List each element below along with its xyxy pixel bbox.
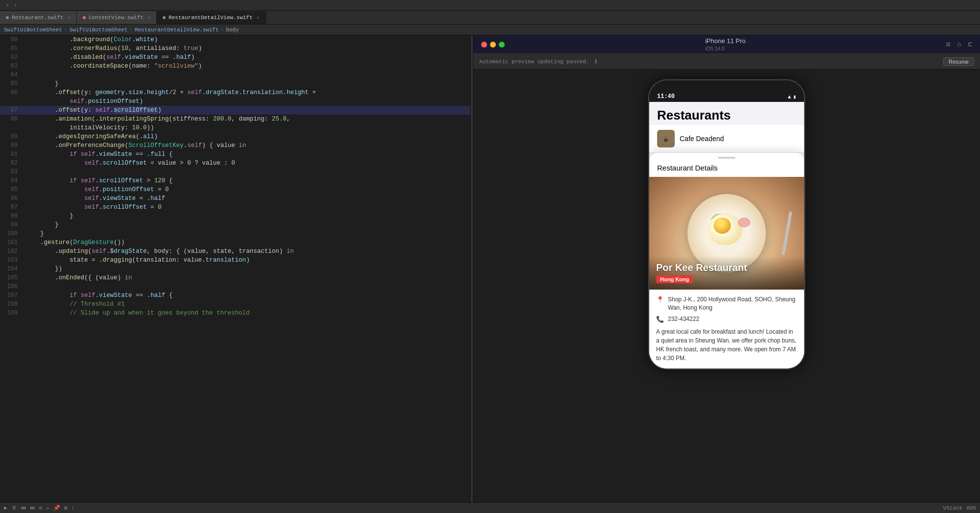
food-egg-white (708, 214, 742, 245)
screenshot-icon[interactable]: ⊡ (946, 40, 950, 49)
code-line-86a: 86 .offset(y: geometry.size.height/2 + s… (0, 88, 470, 97)
breadcrumb-2[interactable]: SwiftUiBottomSheet (69, 27, 127, 33)
location-icon: 📍 (656, 296, 664, 304)
code-line-106: 106 (0, 282, 470, 291)
preview-status-area: Automatic preview updating paused. ℹ (479, 58, 597, 65)
code-line-89: 89 .edgesIgnoringSafeArea(.all) (0, 132, 470, 141)
breadcrumb-1[interactable]: SwiftUiBottomSheet (4, 27, 62, 33)
sheet-title: Restaurant Details (649, 161, 804, 177)
preview-status-text: Automatic preview updating paused. (479, 59, 589, 65)
restaurant-list-item[interactable]: ☕ Cafe Deadend (649, 125, 804, 153)
annotate-icon[interactable]: ✏ (46, 505, 49, 511)
maximize-window-btn[interactable] (499, 42, 505, 48)
info-icon: ℹ (595, 58, 597, 65)
code-line-108: 108 // Threshold #1 (0, 300, 470, 309)
share-icon[interactable]: ↑ (72, 505, 75, 511)
address-text: Shop J-K., 200 Hollywood Road, SOHO, She… (668, 295, 797, 312)
tab-bar: Restaurant.swift ✕ ContentView.swift ✕ R… (0, 11, 980, 24)
code-line-83: 83 .coordinateSpace(name: "scrollview") (0, 62, 470, 71)
tab-close-2[interactable]: ✕ (147, 15, 150, 21)
pin-icon[interactable]: 📌 (53, 505, 60, 511)
bottom-bar-right: VStack 80% (943, 505, 976, 511)
tab-dot-2 (83, 16, 86, 19)
nav-forward-btn[interactable]: › (12, 2, 20, 9)
tab-close-3[interactable]: ✕ (257, 15, 260, 21)
pause-icon[interactable]: ⏸ (11, 505, 17, 511)
phone-row: 📞 232-434222 (656, 315, 797, 323)
step-forward-icon[interactable]: ⏭ (30, 505, 35, 511)
tab-dot-1 (6, 16, 9, 19)
tab-restaurant-swift[interactable]: Restaurant.swift ✕ (0, 11, 77, 24)
play-icon[interactable]: ▶ (4, 505, 7, 511)
code-line-95: 95 self.positionOffset = 0 (0, 185, 470, 194)
preview-toolbar: Automatic preview updating paused. ℹ Res… (473, 54, 980, 70)
wifi-icon: ▲ (788, 94, 791, 100)
code-editor[interactable]: 80 .background(Color.white) 81 .cornerRa… (0, 35, 470, 502)
description-text: A great local cafe for breakfast and lun… (656, 327, 797, 363)
phone-screen: Restaurants ☕ Cafe Deadend Restaurant De… (649, 102, 804, 368)
tab-dot-3 (163, 16, 166, 19)
sheet-drag-handle[interactable] (718, 157, 735, 159)
code-line-105: 105 .onEnded({ (value) in (0, 273, 470, 282)
code-line-101: 101 .gesture(DragGesture()) (0, 238, 470, 247)
rotate-icon[interactable]: ⊏ (968, 40, 972, 49)
traffic-lights (481, 42, 505, 48)
food-fork (782, 211, 793, 255)
resume-button[interactable]: Resume (943, 57, 974, 66)
device-toolbar-icons: ⊡ ⌂ ⊏ (946, 40, 972, 49)
code-line-102: 102 .updating(self.$dragState, body: { (… (0, 247, 470, 256)
code-line-85: 85 } (0, 79, 470, 88)
tab-restaurantdetailview-swift[interactable]: RestaurantDetailView.swift ✕ (157, 11, 266, 24)
bottom-bar-left: ▶ ⏸ ⏮ ⏭ ⊙ ✏ 📌 ⊞ ↑ (4, 505, 74, 511)
code-line-109: 109 // Slide up and when it goes beyond … (0, 309, 470, 318)
food-pink-garnish (738, 218, 750, 227)
code-line-93: 93 (0, 168, 470, 176)
tab-close-1[interactable]: ✕ (68, 15, 71, 21)
breadcrumb-sep-2: › (129, 27, 133, 33)
phone-icon: 📞 (656, 316, 664, 323)
code-line-87: 87 .offset(y: self.scrollOffset) (0, 106, 470, 115)
breadcrumb: SwiftUiBottomSheet › SwiftUiBottomSheet … (0, 24, 980, 35)
battery-icon: ▮ (793, 94, 796, 100)
zoom-label: 80% (966, 505, 976, 511)
window-top-bar: ‹ › (0, 0, 980, 11)
home-icon[interactable]: ⌂ (957, 40, 961, 49)
breadcrumb-4[interactable]: body (226, 27, 239, 33)
breadcrumb-sep-1: › (64, 27, 68, 33)
code-line-107: 107 if self.viewState == .half { (0, 291, 470, 300)
tab-contentview-swift[interactable]: ContentView.swift ✕ (77, 11, 157, 24)
phone-device: 11:40 ▲ ▮ Restaurants ☕ Cafe Dead (648, 79, 805, 369)
code-line-100: 100 } (0, 229, 470, 238)
code-line-92: 92 self.scrollOffset = value > 0 ? value… (0, 159, 470, 168)
restaurant-image: Por Kee Restaurant Hong Kong (649, 177, 804, 290)
code-lines: 80 .background(Color.white) 81 .cornerRa… (0, 35, 470, 318)
address-row: 📍 Shop J-K., 200 Hollywood Road, SOHO, S… (656, 295, 797, 312)
breadcrumb-3[interactable]: RestaurantDetailView.swift (135, 27, 219, 33)
phone-notch (695, 80, 759, 94)
step-back-icon[interactable]: ⏮ (21, 505, 26, 511)
restaurant-details: 📍 Shop J-K., 200 Hollywood Road, SOHO, S… (649, 290, 804, 368)
code-line-88b: initialVelocity: 10.0)) (0, 123, 470, 132)
close-window-btn[interactable] (481, 42, 487, 48)
tab-label-1: Restaurant.swift (12, 15, 64, 21)
code-line-81: 81 .cornerRadius(10, antialiased: true) (0, 44, 470, 53)
code-line-88a: 88 .animation(.interpolatingSpring(stiff… (0, 115, 470, 123)
bottom-sheet[interactable]: Restaurant Details (649, 153, 804, 368)
code-line-98: 98 } (0, 212, 470, 220)
code-line-91: 91 if self.viewState == .full { (0, 150, 470, 159)
nav-back-btn[interactable]: ‹ (4, 2, 11, 9)
bottom-bar: ▶ ⏸ ⏮ ⏭ ⊙ ✏ 📌 ⊞ ↑ VStack 80% (0, 502, 980, 513)
restaurant-overlay-name: Por Kee Restaurant (656, 262, 797, 273)
preview-resume-area: Resume (943, 57, 974, 66)
restaurant-list-name: Cafe Deadend (680, 135, 724, 143)
layout-icon[interactable]: ⊞ (64, 505, 68, 511)
phone-time: 11:40 (657, 93, 675, 100)
inspect-icon[interactable]: ⊙ (39, 505, 43, 511)
tab-label-3: RestaurantDetailView.swift (169, 15, 253, 21)
phone-nav-bar: Restaurants (649, 102, 804, 125)
device-name-label: iPhone 11 Pro iOS 14.0 (705, 37, 745, 52)
code-line-82: 82 .disabled(self.viewState == .half) (0, 53, 470, 62)
minimize-window-btn[interactable] (490, 42, 496, 48)
tab-label-2: ContentView.swift (89, 15, 144, 21)
phone-status-icons: ▲ ▮ (788, 94, 796, 100)
